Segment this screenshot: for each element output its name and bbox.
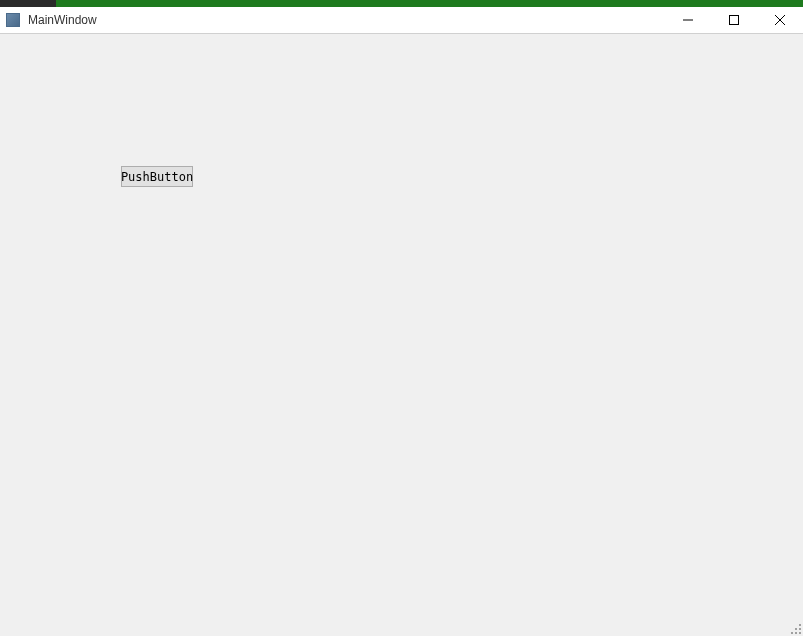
maximize-button[interactable] bbox=[711, 7, 757, 33]
close-button[interactable] bbox=[757, 7, 803, 33]
minimize-icon bbox=[683, 15, 693, 25]
close-icon bbox=[775, 15, 785, 25]
resize-grip[interactable] bbox=[789, 622, 801, 634]
minimize-button[interactable] bbox=[665, 7, 711, 33]
titlebar[interactable]: MainWindow bbox=[0, 7, 803, 34]
svg-rect-1 bbox=[730, 16, 739, 25]
maximize-icon bbox=[729, 15, 739, 25]
top-background-strip bbox=[0, 0, 803, 7]
app-icon bbox=[6, 13, 20, 27]
window-controls bbox=[665, 7, 803, 33]
client-area: PushButton bbox=[0, 34, 803, 636]
window-title: MainWindow bbox=[28, 13, 97, 27]
top-background-dark bbox=[0, 0, 56, 7]
push-button[interactable]: PushButton bbox=[121, 166, 193, 187]
